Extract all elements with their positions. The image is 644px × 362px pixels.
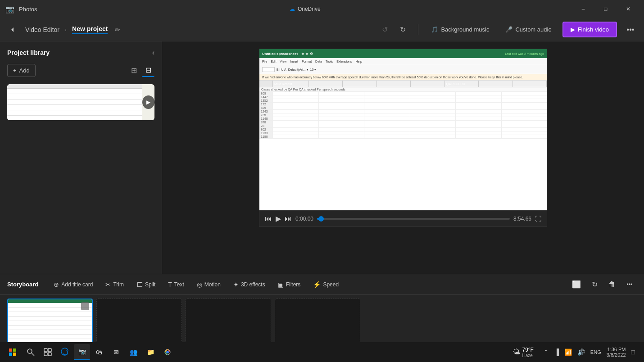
teams-taskbar-button[interactable]: 👥 — [125, 344, 141, 360]
weather-widget[interactable]: 🌤 79°F Haze — [509, 345, 537, 360]
storyboard-header: Storyboard ⊕ Add title card ✂ Trim ⧠ Spl… — [0, 274, 644, 295]
battery-icon[interactable]: ▐ — [553, 347, 561, 357]
media-item[interactable]: ▶ — [7, 84, 154, 120]
motion-button[interactable]: ◎ Motion — [192, 279, 225, 290]
more-storyboard-button[interactable]: ••• — [622, 278, 637, 291]
progress-bar[interactable] — [317, 218, 510, 220]
skip-back-button[interactable]: ⏮ — [265, 215, 272, 223]
motion-icon: ◎ — [197, 281, 202, 288]
speed-icon: ⚡ — [313, 281, 321, 288]
title-bar-controls: – □ ✕ — [573, 0, 639, 18]
back-button[interactable] — [5, 23, 20, 37]
svg-rect-7 — [48, 348, 51, 352]
grid-view-button[interactable]: ⊞ — [127, 64, 140, 77]
background-music-button[interactable]: 🎵 Background music — [426, 23, 494, 36]
system-tray: ⌃ ▐ 📶 🔊 ENG 1:36 PM 3/8/2022 □ — [538, 345, 640, 359]
file-explorer-button[interactable]: 📁 — [142, 344, 159, 360]
mail-taskbar-button[interactable]: ✉ — [108, 344, 124, 360]
network-icon[interactable]: 📶 — [562, 347, 574, 357]
svg-rect-9 — [48, 353, 51, 356]
sidebar-toolbar: + Add ⊞ ⊟ — [7, 64, 154, 77]
skip-forward-button[interactable]: ⏭ — [285, 215, 292, 223]
onedrive-label: OneDrive — [298, 6, 321, 12]
finish-icon: ▶ — [571, 26, 575, 33]
notification-icon[interactable]: □ — [630, 347, 637, 357]
clip-corner — [81, 302, 89, 310]
language-indicator[interactable]: ENG — [589, 348, 603, 357]
search-taskbar-button[interactable] — [23, 344, 39, 360]
add-title-card-button[interactable]: ⊕ Add title card — [49, 279, 97, 290]
redo-button[interactable]: ↻ — [395, 22, 411, 38]
start-button[interactable] — [4, 344, 22, 360]
weather-info: 79°F Haze — [522, 347, 533, 358]
trim-button[interactable]: ✂ Trim — [101, 279, 128, 290]
excel-menu-bar: File Edit View Insert Format Data Tools … — [259, 58, 547, 65]
excel-col-headers: MOd Record QA RECORD — [259, 81, 547, 87]
finish-video-button[interactable]: ▶ Finish video — [562, 22, 617, 37]
store-taskbar-button[interactable]: 🛍 — [91, 344, 107, 360]
play-button[interactable]: ▶ — [276, 214, 281, 223]
svg-point-11 — [166, 351, 169, 353]
effects-3d-icon: ✦ — [233, 281, 239, 288]
text-icon: T — [168, 281, 172, 288]
custom-audio-button[interactable]: 🎤 Custom audio — [500, 23, 557, 36]
project-library-sidebar: Project library ‹ + Add ⊞ ⊟ ▶ — [0, 41, 162, 274]
video-controls-bar: ⏮ ▶ ⏭ 0:00.00 8:54.66 ⛶ — [259, 211, 547, 227]
excel-title-bar: Untitled spreadsheet ★ ★ ⚙ Last edit was… — [259, 49, 547, 58]
view-toggle-group: ⊞ ⊟ — [127, 64, 154, 77]
photos-taskbar-button[interactable]: 📷 — [74, 344, 90, 360]
cloud-icon: ☁ — [290, 6, 295, 12]
svg-rect-2 — [9, 353, 12, 356]
current-time-display: 0:00.00 — [295, 216, 313, 222]
more-options-button[interactable]: ••• — [622, 22, 639, 38]
header-divider — [418, 24, 418, 35]
list-view-button[interactable]: ⊟ — [142, 64, 154, 77]
spreadsheet-thumbnail — [7, 84, 142, 120]
video-preview: Untitled spreadsheet ★ ★ ⚙ Last edit was… — [259, 49, 547, 211]
onedrive-area: ☁ OneDrive — [290, 6, 321, 12]
split-button[interactable]: ⧠ Split — [132, 279, 160, 290]
add-icon: + — [13, 67, 17, 74]
filters-icon: ▣ — [278, 281, 284, 288]
app-header: Video Editor › New project ✏ ↺ ↻ 🎵 Backg… — [0, 18, 644, 41]
svg-point-4 — [27, 349, 32, 353]
chevron-up-icon[interactable]: ⌃ — [542, 347, 551, 357]
task-view-button[interactable] — [40, 344, 56, 360]
rotate-icon-button[interactable]: ↻ — [587, 278, 602, 291]
excel-info-bar: If we find anyone who has accuracy below… — [259, 74, 547, 81]
minimize-button[interactable]: – — [573, 0, 594, 18]
maximize-button[interactable]: □ — [595, 0, 616, 18]
time-display: 1:36 PM — [607, 347, 626, 352]
breadcrumb-separator: › — [65, 27, 67, 33]
effects-3d-button[interactable]: ✦ 3D effects — [229, 279, 270, 290]
media-thumbnail: ▶ — [7, 84, 154, 120]
crop-icon-button[interactable]: ⬜ — [567, 278, 585, 291]
main-layout: Project library ‹ + Add ⊞ ⊟ ▶ — [0, 41, 644, 274]
collapse-sidebar-button[interactable]: ‹ — [152, 49, 154, 57]
storyboard-title: Storyboard — [7, 281, 38, 288]
edit-project-name-icon[interactable]: ✏ — [115, 26, 120, 33]
add-media-button[interactable]: + Add — [7, 64, 36, 77]
chrome-taskbar-button[interactable] — [159, 344, 176, 360]
project-name-label: New project — [72, 25, 108, 34]
weather-condition: Haze — [522, 353, 533, 358]
undo-button[interactable]: ↺ — [376, 22, 393, 38]
undo-redo-group: ↺ ↻ — [376, 22, 411, 38]
title-bar-app-name: Photos — [19, 6, 37, 13]
filters-button[interactable]: ▣ Filters — [273, 279, 305, 290]
close-button[interactable]: ✕ — [618, 0, 639, 18]
play-overlay-icon: ▶ — [142, 95, 154, 109]
taskbar: 📷 🛍 ✉ 👥 📁 🌤 79°F Haze ⌃ ▐ 📶 🔊 ENG 1:36 P… — [0, 342, 644, 362]
svg-rect-8 — [44, 353, 47, 356]
speed-button[interactable]: ⚡ Speed — [308, 279, 343, 290]
edge-taskbar-button[interactable] — [57, 344, 73, 360]
text-button[interactable]: T Text — [163, 279, 189, 290]
speaker-icon[interactable]: 🔊 — [576, 347, 587, 357]
delete-icon-button[interactable]: 🗑 — [604, 278, 620, 291]
video-preview-container: Untitled spreadsheet ★ ★ ⚙ Last edit was… — [259, 49, 547, 227]
audio-icon: 🎤 — [505, 26, 512, 33]
clock-widget[interactable]: 1:36 PM 3/8/2022 — [605, 345, 628, 359]
fullscreen-button[interactable]: ⛶ — [535, 215, 541, 222]
svg-rect-1 — [13, 348, 16, 352]
spreadsheet-lines — [7, 89, 142, 120]
